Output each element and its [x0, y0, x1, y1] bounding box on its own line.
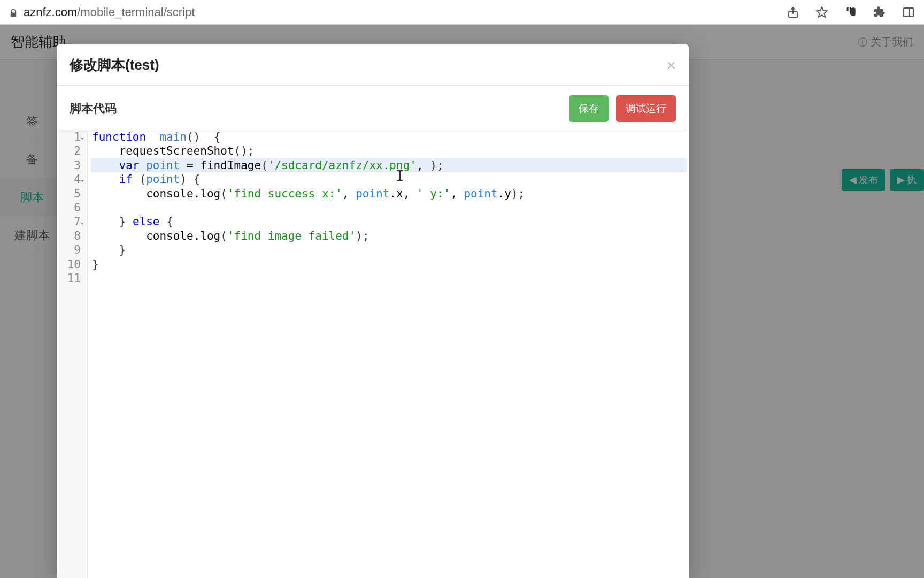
edit-script-modal: 修改脚本(test) × 脚本代码 保存 调试运行 1▾234▾567▾8910…: [57, 44, 689, 578]
save-button[interactable]: 保存: [569, 95, 609, 122]
code-line[interactable]: [91, 271, 687, 285]
code-line[interactable]: } else {: [91, 215, 687, 229]
gutter-line: 7▾: [59, 215, 83, 229]
browser-address-bar: aznfz.com/mobile_terminal/script: [0, 0, 924, 25]
text-cursor: 𝙸: [396, 169, 404, 183]
code-line[interactable]: requestScreenShot();: [91, 144, 687, 158]
gutter-line: 9: [59, 243, 83, 257]
code-line[interactable]: [91, 201, 687, 215]
debug-run-button[interactable]: 调试运行: [616, 95, 676, 122]
url-text: aznfz.com/mobile_terminal/script: [24, 5, 195, 19]
modal-toolbar: 脚本代码 保存 调试运行: [57, 86, 689, 130]
code-line[interactable]: }: [91, 257, 687, 271]
panel-icon[interactable]: [902, 5, 915, 19]
code-line[interactable]: function main() {: [91, 130, 687, 144]
gutter-line: 3: [59, 158, 83, 172]
code-editor[interactable]: 1▾234▾567▾891011 𝙸 function main() { req…: [59, 130, 687, 578]
code-line[interactable]: if (point) {: [91, 172, 687, 186]
share-icon[interactable]: [786, 5, 800, 19]
evernote-icon[interactable]: [844, 5, 858, 19]
extensions-icon[interactable]: [873, 5, 887, 19]
gutter-line: 11: [59, 271, 83, 285]
code-line[interactable]: console.log('find image failed');: [91, 229, 687, 243]
modal-title: 修改脚本(test): [70, 56, 159, 74]
code-line[interactable]: }: [91, 243, 687, 257]
url-region[interactable]: aznfz.com/mobile_terminal/script: [9, 5, 195, 19]
gutter-line: 10: [59, 257, 83, 271]
svg-rect-1: [904, 8, 913, 17]
code-line[interactable]: console.log('find success x:', point.x, …: [91, 187, 687, 201]
gutter-line: 8: [59, 229, 83, 243]
gutter-line: 6: [59, 201, 83, 215]
code-section-label: 脚本代码: [70, 101, 117, 117]
close-icon[interactable]: ×: [666, 57, 676, 73]
browser-toolbar-icons: [786, 5, 915, 19]
star-icon[interactable]: [815, 5, 829, 19]
line-gutter: 1▾234▾567▾891011: [59, 130, 88, 578]
code-area[interactable]: 𝙸 function main() { requestScreenShot();…: [88, 130, 687, 578]
gutter-line: 1▾: [59, 130, 83, 144]
lock-icon: [9, 7, 18, 17]
gutter-line: 4▾: [59, 172, 83, 186]
gutter-line: 2: [59, 144, 83, 158]
modal-header: 修改脚本(test) ×: [57, 44, 689, 86]
gutter-line: 5: [59, 187, 83, 201]
code-line[interactable]: var point = findImage('/sdcard/aznfz/xx.…: [91, 158, 687, 172]
